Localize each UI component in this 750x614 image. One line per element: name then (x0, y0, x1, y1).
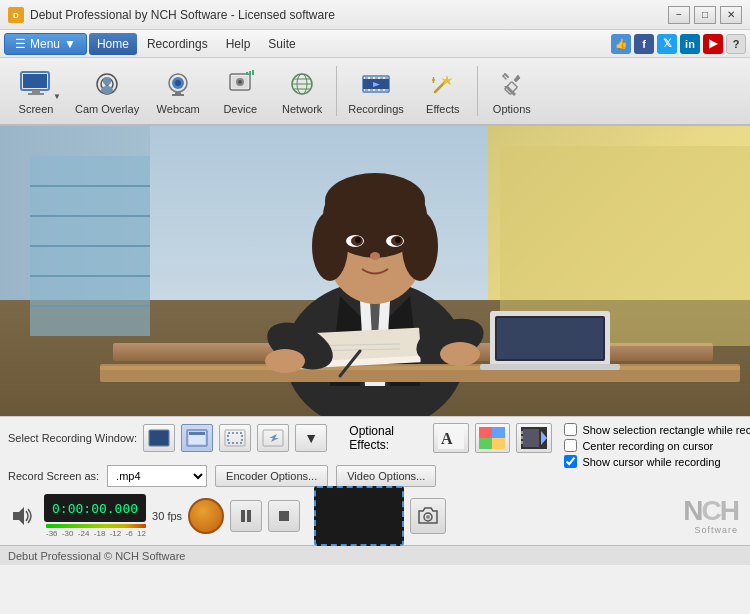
show-cursor-checkbox[interactable] (564, 455, 577, 468)
toolbar: Screen ▼ Cam Overlay (0, 58, 750, 126)
menu-icon: ☰ (15, 37, 26, 51)
center-recording-checkbox[interactable] (564, 439, 577, 452)
svg-point-19 (238, 80, 242, 84)
svg-rect-104 (523, 429, 539, 447)
toolbar-effects-button[interactable]: Effects (413, 62, 473, 120)
svg-rect-100 (492, 427, 505, 438)
window-controls: − □ ✕ (668, 6, 742, 24)
transport-row: 0:00:00.000 -36 -30 -24 -18 -12 -6 12 30… (8, 493, 742, 539)
minimize-button[interactable]: − (668, 6, 690, 24)
volume-button[interactable] (8, 501, 38, 531)
svg-point-114 (426, 515, 430, 519)
toolbar-screen-button[interactable]: Screen ▼ (6, 62, 66, 120)
bottom-controls: Select Recording Window: (0, 416, 750, 545)
recordings-icon (360, 68, 392, 100)
nch-software-label: Software (694, 525, 738, 535)
svg-rect-32 (375, 77, 378, 79)
toolbar-separator (336, 66, 337, 116)
checkbox-row-1: Show selection rectangle while recording (564, 423, 750, 436)
svg-rect-110 (241, 510, 245, 522)
menu-label: Menu (30, 37, 60, 51)
top-controls-row: Select Recording Window: (8, 423, 742, 493)
svg-rect-3 (23, 74, 47, 88)
svg-rect-21 (249, 71, 251, 75)
region-select-btn[interactable] (219, 424, 251, 452)
menu-item-recordings[interactable]: Recordings (139, 33, 216, 55)
toolbar-recordings-button[interactable]: Recordings (341, 62, 411, 120)
fps-display: 30 fps (152, 509, 182, 523)
twitter-icon[interactable]: 𝕏 (657, 34, 677, 54)
format-select[interactable]: .mp4 (107, 465, 207, 487)
scene-person-svg (0, 126, 750, 416)
menu-item-home[interactable]: Home (89, 33, 137, 55)
help-icon[interactable]: ? (726, 34, 746, 54)
recording-label: Select Recording Window: (8, 432, 137, 444)
level-meter: -36 -30 -24 -18 -12 -6 12 (46, 524, 146, 538)
level-bar (46, 524, 146, 528)
svg-rect-34 (385, 77, 388, 79)
window-select-btn[interactable] (181, 424, 213, 452)
time-display: 0:00:00.000 (44, 494, 146, 522)
menu-item-help[interactable]: Help (218, 33, 259, 55)
text-effect-btn[interactable]: A (433, 423, 469, 453)
stop-button[interactable] (268, 500, 300, 532)
close-button[interactable]: ✕ (720, 6, 742, 24)
toolbar-cam-overlay-button[interactable]: Cam Overlay (68, 62, 146, 120)
show-selection-label: Show selection rectangle while recording (582, 424, 750, 436)
recording-row: Select Recording Window: (8, 423, 552, 453)
window-title: Debut Professional by NCH Software - Lic… (30, 8, 668, 22)
video-options-button[interactable]: Video Options... (336, 465, 436, 487)
svg-line-48 (503, 76, 506, 79)
toolbar-options-button[interactable]: Options (482, 62, 542, 120)
maximize-button[interactable]: □ (694, 6, 716, 24)
toolbar-device-button[interactable]: Device (210, 62, 270, 120)
color-effect-btn[interactable] (475, 423, 511, 453)
network-label: Network (282, 103, 322, 115)
svg-text:D: D (13, 11, 19, 20)
checkboxes-section: Show selection rectangle while recording… (564, 423, 750, 468)
options-icon (496, 68, 528, 100)
svg-point-66 (325, 173, 425, 229)
menu-item-suite[interactable]: Suite (260, 33, 303, 55)
spinner-button[interactable] (188, 498, 224, 534)
svg-rect-111 (247, 510, 251, 522)
svg-rect-5 (28, 93, 44, 95)
svg-rect-99 (479, 427, 492, 438)
svg-point-13 (175, 80, 181, 86)
toolbar-webcam-button[interactable]: Webcam (148, 62, 208, 120)
svg-rect-84 (480, 364, 620, 370)
fullscreen-select-btn[interactable] (143, 424, 175, 452)
auto-detect-btn[interactable] (257, 424, 289, 452)
svg-rect-20 (246, 72, 248, 75)
svg-rect-102 (492, 438, 505, 449)
checkbox-row-2: Center recording on cursor (564, 439, 750, 452)
facebook-icon[interactable]: f (634, 34, 654, 54)
svg-rect-108 (521, 441, 523, 444)
svg-rect-112 (279, 511, 289, 521)
preview-box (314, 486, 404, 546)
social-icon-4[interactable]: ▶ (703, 34, 723, 54)
nch-letters: NCH (683, 497, 738, 525)
show-cursor-label: Show cursor while recording (582, 456, 720, 468)
linkedin-icon[interactable]: in (680, 34, 700, 54)
more-options-btn[interactable]: ▼ (295, 424, 327, 452)
svg-rect-31 (370, 77, 373, 79)
video-effect-btn[interactable] (516, 423, 552, 453)
camera-snapshot-button[interactable] (410, 498, 446, 534)
facebook-like-icon[interactable]: 👍 (611, 34, 631, 54)
encoder-options-button[interactable]: Encoder Options... (215, 465, 328, 487)
svg-rect-22 (252, 70, 254, 75)
screen-dropdown-arrow: ▼ (53, 92, 61, 101)
svg-rect-75 (100, 366, 740, 370)
show-selection-checkbox[interactable] (564, 423, 577, 436)
effects-label: Optional Effects: (349, 424, 427, 452)
toolbar-network-button[interactable]: Network (272, 62, 332, 120)
pause-button[interactable] (230, 500, 262, 532)
video-preview (0, 126, 750, 416)
svg-point-72 (395, 237, 401, 243)
device-label: Device (223, 103, 257, 115)
title-bar: D Debut Professional by NCH Software - L… (0, 0, 750, 30)
right-controls: Show selection rectangle while recording… (562, 423, 750, 468)
menu-dropdown[interactable]: ☰ Menu ▼ (4, 33, 87, 55)
webcam-label: Webcam (157, 103, 200, 115)
